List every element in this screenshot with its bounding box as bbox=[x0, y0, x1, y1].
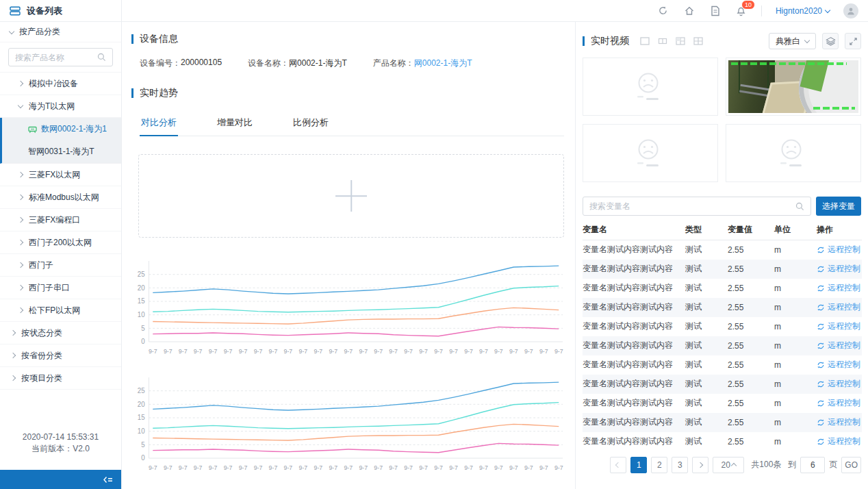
remote-control-link[interactable]: 远程控制 bbox=[817, 340, 862, 351]
jump-page-input[interactable] bbox=[800, 457, 825, 473]
page-size-select[interactable]: 20 bbox=[713, 457, 744, 473]
type-cell: 测试 bbox=[685, 355, 728, 375]
remote-control-link[interactable]: 远程控制 bbox=[817, 397, 862, 409]
chevron-right-icon bbox=[18, 308, 23, 313]
sidebar-footer: 2020-07-14 15:53:31 当前版本：V2.0 bbox=[0, 431, 121, 470]
go-button[interactable]: GO bbox=[841, 457, 861, 473]
unit-cell: m bbox=[774, 375, 817, 394]
tree-item[interactable]: 西门子 bbox=[0, 254, 121, 277]
svg-text:9-7: 9-7 bbox=[209, 464, 218, 471]
tree-item-label: 模拟中冶设备 bbox=[29, 78, 78, 90]
sidebar-group-by-product[interactable]: 按产品分类 bbox=[0, 22, 121, 42]
video-grid bbox=[583, 58, 861, 182]
video-panel-header: 实时视频 典雅白 bbox=[583, 33, 861, 49]
video-cell-empty[interactable] bbox=[583, 124, 718, 182]
remote-control-label: 远程控制 bbox=[828, 321, 860, 332]
refresh-icon[interactable] bbox=[657, 5, 669, 17]
svg-text:5: 5 bbox=[141, 441, 145, 449]
type-cell: 测试 bbox=[685, 317, 728, 336]
table-row: 变量名测试内容测试内容测试2.55m远程控制 bbox=[583, 317, 862, 336]
prev-page-button[interactable] bbox=[610, 457, 626, 473]
remote-control-link[interactable]: 远程控制 bbox=[817, 436, 862, 447]
remote-control-link[interactable]: 远程控制 bbox=[817, 416, 862, 428]
value-cell: 2.55 bbox=[728, 336, 774, 355]
type-cell: 测试 bbox=[685, 336, 728, 355]
sidebar-category-item[interactable]: 按省份分类 bbox=[0, 344, 121, 367]
tree-item[interactable]: 三菱FX以太网 bbox=[0, 164, 121, 186]
avatar[interactable] bbox=[843, 3, 858, 18]
video-cell-empty[interactable] bbox=[726, 124, 861, 182]
svg-text:9-7: 9-7 bbox=[464, 348, 473, 355]
document-icon[interactable] bbox=[709, 5, 722, 17]
next-page-button[interactable] bbox=[692, 457, 709, 473]
svg-text:9-7: 9-7 bbox=[209, 348, 218, 355]
video-cell-live[interactable] bbox=[726, 58, 861, 116]
variable-search-row: 选择变量 bbox=[583, 197, 861, 216]
chevron-right-icon bbox=[10, 353, 16, 358]
column-header: 类型 bbox=[685, 224, 728, 240]
page-button-2[interactable]: 2 bbox=[651, 457, 667, 473]
remote-control-link[interactable]: 远程控制 bbox=[817, 301, 862, 313]
remote-control-link[interactable]: 远程控制 bbox=[817, 263, 862, 275]
tree-item[interactable]: 标准Modbus以太网 bbox=[0, 186, 121, 209]
svg-text:9-7: 9-7 bbox=[509, 348, 518, 355]
notifications-bell-icon[interactable]: 10 bbox=[735, 5, 748, 17]
svg-text:9-7: 9-7 bbox=[524, 464, 533, 471]
chevron-right-icon bbox=[18, 172, 23, 177]
svg-text:9-7: 9-7 bbox=[194, 348, 203, 355]
chevron-down-icon bbox=[18, 103, 23, 108]
remote-control-label: 远程控制 bbox=[828, 244, 860, 255]
svg-text:9-7: 9-7 bbox=[359, 348, 368, 355]
remote-control-link[interactable]: 远程控制 bbox=[817, 321, 862, 332]
tree-child-item[interactable]: 数网0002-1-海为1 bbox=[2, 118, 121, 140]
trend-section-title: 实时趋势 bbox=[131, 87, 565, 99]
remote-control-link[interactable]: 远程控制 bbox=[817, 244, 862, 255]
remote-control-link[interactable]: 远程控制 bbox=[817, 378, 862, 390]
layout-grid-icon[interactable] bbox=[693, 36, 704, 47]
home-icon[interactable] bbox=[683, 5, 695, 17]
remote-control-icon bbox=[817, 284, 825, 292]
remote-control-icon bbox=[817, 323, 825, 331]
svg-text:9-7: 9-7 bbox=[539, 348, 548, 355]
fullscreen-button[interactable] bbox=[845, 33, 861, 49]
tree-item[interactable]: 三菱FX编程口 bbox=[0, 209, 121, 231]
select-variable-button[interactable]: 选择变量 bbox=[816, 197, 861, 216]
page-button-3[interactable]: 3 bbox=[672, 457, 688, 473]
tree-item[interactable]: 西门子串口 bbox=[0, 277, 121, 299]
svg-text:9-7: 9-7 bbox=[179, 348, 188, 355]
chevron-down-icon bbox=[825, 7, 830, 12]
field-value-link[interactable]: 网0002-1-海为T bbox=[414, 58, 472, 69]
video-cell-empty[interactable] bbox=[583, 58, 718, 116]
theme-select[interactable]: 典雅白 bbox=[769, 33, 816, 49]
tree-item[interactable]: 海为T以太网 bbox=[0, 95, 121, 118]
user-menu[interactable]: Hignton2020 bbox=[776, 6, 830, 16]
remote-control-label: 远程控制 bbox=[828, 436, 860, 447]
variable-search-input[interactable] bbox=[589, 201, 795, 211]
variable-name-cell: 变量名测试内容测试内容 bbox=[583, 432, 685, 451]
tree-item[interactable]: 松下FP以太网 bbox=[0, 299, 121, 322]
layout-three-pane-icon[interactable] bbox=[675, 36, 686, 47]
layout-single-icon[interactable] bbox=[639, 36, 650, 47]
category-label: 按省份分类 bbox=[21, 350, 62, 362]
layers-button[interactable] bbox=[822, 33, 839, 49]
remote-control-link[interactable]: 远程控制 bbox=[817, 359, 862, 371]
remote-control-link[interactable]: 远程控制 bbox=[817, 282, 862, 294]
svg-text:9-7: 9-7 bbox=[389, 464, 398, 471]
tab-inactive[interactable]: 比例分析 bbox=[292, 110, 330, 136]
product-search-input[interactable] bbox=[15, 53, 97, 62]
tab-active[interactable]: 对比分析 bbox=[140, 110, 178, 136]
tree-child-item[interactable]: 智网0031-1-海为T bbox=[2, 140, 121, 163]
chevron-right-icon bbox=[18, 240, 23, 245]
tree-item[interactable]: 西门子200以太网 bbox=[0, 231, 121, 254]
page-button-1[interactable]: 1 bbox=[630, 457, 647, 473]
sidebar-category-item[interactable]: 按项目分类 bbox=[0, 367, 121, 390]
table-row: 变量名测试内容测试内容测试2.55m远程控制 bbox=[583, 298, 862, 317]
sidebar-category-item[interactable]: 按状态分类 bbox=[0, 322, 121, 344]
tab-inactive[interactable]: 增量对比 bbox=[216, 110, 254, 136]
tree-item[interactable]: 模拟中冶设备 bbox=[0, 73, 121, 95]
sidebar-collapse-bar[interactable] bbox=[0, 470, 121, 489]
layout-two-pane-icon[interactable] bbox=[657, 36, 668, 47]
type-cell: 测试 bbox=[685, 298, 728, 317]
add-chart-placeholder[interactable] bbox=[138, 154, 564, 238]
value-cell: 2.55 bbox=[728, 413, 774, 432]
